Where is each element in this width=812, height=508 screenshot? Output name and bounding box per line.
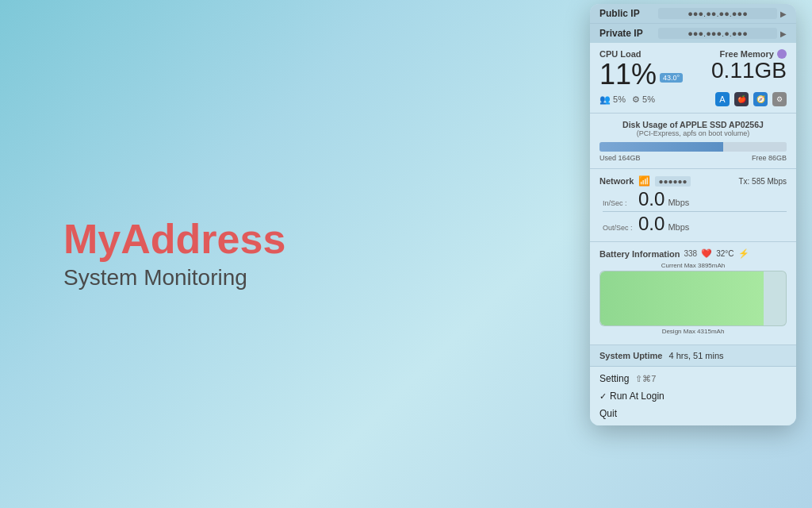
in-unit: Mbps (668, 198, 689, 207)
disk-used-bar (599, 142, 723, 152)
battery-visual-wrapper: Current Max 3895mAh Design Max 4315mAh (599, 262, 787, 335)
in-label: In/Sec : (603, 199, 638, 207)
disk-title: Disk Usage of APPLE SSD AP0256J (599, 120, 787, 129)
run-at-login-menu-item[interactable]: ✓ Run At Login (590, 387, 796, 405)
cpu-sys-label: ⚙ 5% (632, 94, 655, 105)
check-icon: ✓ (599, 391, 607, 402)
settings-icon: ⚙ (772, 92, 787, 106)
battery-visual (599, 271, 787, 326)
disk-used-label: Used 164GB (599, 154, 641, 162)
heart-icon: ❤️ (701, 248, 712, 259)
out-speed-row: Out/Sec : 0.0 Mbps (603, 214, 787, 233)
setting-shortcut: ⇧⌘7 (635, 374, 656, 384)
app-icons-row: A 🍎 🧭 ⚙ (715, 92, 787, 106)
network-speeds: In/Sec : 0.0 Mbps Out/Sec : 0.0 Mbps (599, 190, 787, 233)
private-ip-value: ●●●.●●●.●.●●● (658, 28, 777, 39)
out-unit: Mbps (668, 222, 689, 232)
public-ip-row[interactable]: Public IP ●●●.●●.●●.●●● ▶ (590, 4, 796, 24)
system-monitor-panel: Public IP ●●●.●●.●●.●●● ▶ Private IP ●●●… (590, 4, 796, 425)
disk-labels: Used 164GB Free 86GB (599, 154, 787, 162)
branding-section: MyAddress System Monitoring (63, 217, 285, 291)
battery-title: Battery Information (599, 249, 680, 259)
battery-cycles: 338 (684, 249, 697, 258)
setting-menu-item[interactable]: Setting ⇧⌘7 (590, 370, 796, 387)
cpu-sub-row: 👥 5% ⚙ 5% A 🍎 🧭 ⚙ (599, 92, 787, 106)
public-ip-label: Public IP (599, 8, 655, 19)
quit-menu-item[interactable]: Quit (590, 405, 796, 422)
app-subtitle: System Monitoring (63, 266, 285, 291)
uptime-title: System Uptime (599, 351, 662, 360)
battery-fill (600, 271, 764, 325)
network-title: Network (599, 176, 634, 186)
appstore-icon: A (715, 92, 730, 106)
public-ip-value: ●●●.●●.●●.●●● (658, 8, 777, 19)
menu-section: Setting ⇧⌘7 ✓ Run At Login Quit (590, 367, 796, 425)
public-ip-arrow: ▶ (780, 10, 787, 18)
battery-section: Battery Information 338 ❤️ 32°C ⚡ Curren… (590, 242, 796, 345)
network-section: Network 📶 ●●●●●● Tx: 585 Mbps In/Sec : 0… (590, 169, 796, 242)
private-ip-label: Private IP (599, 28, 655, 39)
private-ip-arrow: ▶ (780, 29, 787, 38)
run-at-login-label: Run At Login (610, 391, 665, 402)
network-header: Network 📶 ●●●●●● Tx: 585 Mbps (599, 175, 787, 187)
battery-temp: 32°C (716, 249, 733, 258)
setting-label: Setting (599, 373, 629, 384)
disk-free-label: Free 86GB (752, 154, 787, 162)
disk-subtitle: (PCI-Express, apfs on boot volume) (599, 129, 787, 137)
free-memory-section: Free Memory 0.11GB (711, 49, 787, 83)
free-memory-value: 0.11GB (711, 59, 787, 83)
cpu-user-label: 👥 5% (599, 94, 626, 105)
out-label: Out/Sec : (603, 224, 638, 232)
finder-icon: 🍎 (734, 92, 749, 106)
lightning-icon: ⚡ (738, 248, 749, 259)
ip-section: Public IP ●●●.●●.●●.●●● ▶ Private IP ●●●… (590, 4, 796, 43)
battery-header: Battery Information 338 ❤️ 32°C ⚡ (599, 248, 787, 259)
battery-current-max-label: Current Max 3895mAh (599, 262, 787, 269)
cpu-temp: 43.0° (660, 73, 683, 83)
private-ip-row[interactable]: Private IP ●●●.●●●.●.●●● ▶ (590, 24, 796, 43)
network-divider (603, 211, 787, 212)
cpu-section: CPU Load 11% 43.0° Free Memory 0.11GB 👥 … (590, 43, 796, 114)
cpu-usage-labels: 👥 5% ⚙ 5% (599, 94, 655, 105)
app-title: MyAddress (63, 217, 285, 262)
network-name: ●●●●●● (655, 176, 690, 187)
uptime-section: System Uptime 4 hrs, 51 mins (590, 345, 796, 367)
out-value: 0.0 (638, 214, 665, 233)
disk-bar (599, 142, 787, 152)
in-value: 0.0 (638, 190, 665, 209)
disk-free-bar (723, 142, 787, 152)
wifi-icon: 📶 (638, 175, 650, 187)
disk-section: Disk Usage of APPLE SSD AP0256J (PCI-Exp… (590, 114, 796, 169)
tx-label: Tx: 585 Mbps (738, 177, 787, 186)
uptime-value: 4 hrs, 51 mins (668, 351, 723, 360)
in-speed-row: In/Sec : 0.0 Mbps (603, 190, 787, 209)
cpu-percent: 11% (599, 60, 657, 89)
quit-label: Quit (599, 408, 617, 419)
compass-icon: 🧭 (753, 92, 768, 106)
battery-design-max-label: Design Max 4315mAh (599, 328, 787, 335)
